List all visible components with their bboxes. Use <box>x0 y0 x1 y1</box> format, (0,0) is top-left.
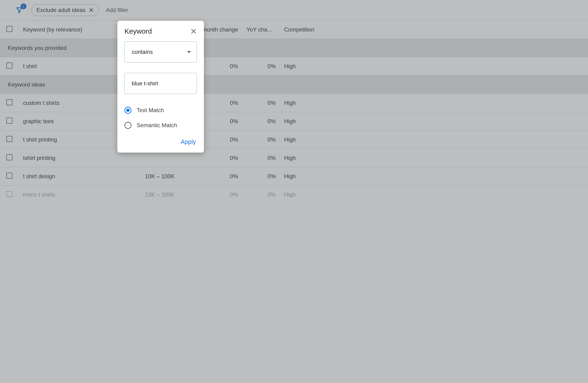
select-value: contains <box>132 49 153 55</box>
keyword-filter-input[interactable] <box>125 73 197 94</box>
radio-icon <box>125 122 131 129</box>
radio-semantic-match[interactable]: Semantic Match <box>125 122 197 129</box>
apply-button[interactable]: Apply <box>180 137 197 147</box>
modal-backdrop[interactable] <box>0 0 588 383</box>
radio-text-match[interactable]: Text Match <box>125 107 197 114</box>
popover-title: Keyword <box>125 27 152 35</box>
match-type-select[interactable]: contains <box>125 41 197 62</box>
close-icon[interactable] <box>190 28 197 35</box>
caret-down-icon <box>187 51 191 53</box>
radio-label: Semantic Match <box>137 122 177 129</box>
radio-icon <box>125 107 131 114</box>
keyword-filter-popover: Keyword contains Text Match Semantic Mat… <box>117 21 204 153</box>
radio-label: Text Match <box>137 107 164 114</box>
